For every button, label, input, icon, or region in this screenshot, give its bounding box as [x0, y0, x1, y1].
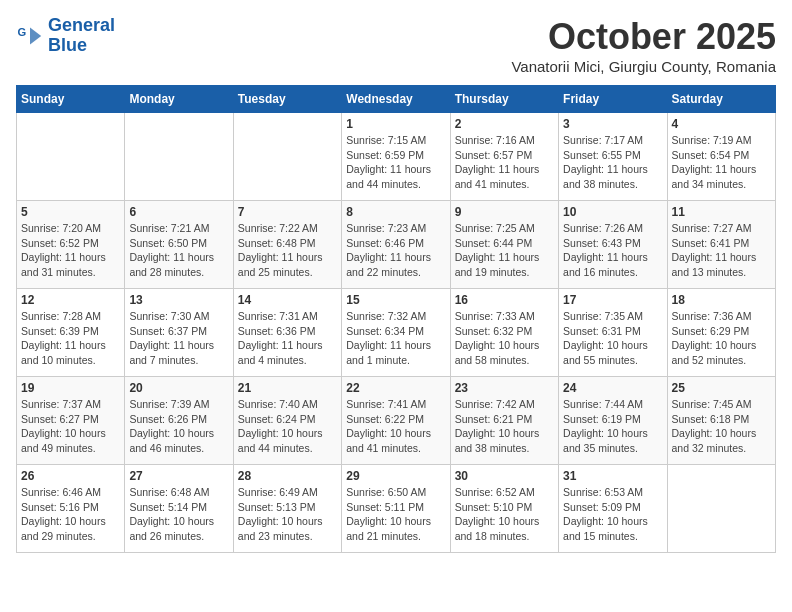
day-number: 10	[563, 205, 662, 219]
calendar-cell: 27Sunrise: 6:48 AM Sunset: 5:14 PM Dayli…	[125, 465, 233, 553]
day-info: Sunrise: 6:49 AM Sunset: 5:13 PM Dayligh…	[238, 485, 337, 544]
day-number: 26	[21, 469, 120, 483]
logo-icon: G	[16, 22, 44, 50]
calendar-cell: 11Sunrise: 7:27 AM Sunset: 6:41 PM Dayli…	[667, 201, 775, 289]
calendar-cell: 31Sunrise: 6:53 AM Sunset: 5:09 PM Dayli…	[559, 465, 667, 553]
day-info: Sunrise: 7:40 AM Sunset: 6:24 PM Dayligh…	[238, 397, 337, 456]
day-info: Sunrise: 6:46 AM Sunset: 5:16 PM Dayligh…	[21, 485, 120, 544]
calendar-cell: 21Sunrise: 7:40 AM Sunset: 6:24 PM Dayli…	[233, 377, 341, 465]
day-number: 5	[21, 205, 120, 219]
day-number: 19	[21, 381, 120, 395]
day-number: 14	[238, 293, 337, 307]
day-info: Sunrise: 7:32 AM Sunset: 6:34 PM Dayligh…	[346, 309, 445, 368]
day-number: 25	[672, 381, 771, 395]
calendar-cell: 14Sunrise: 7:31 AM Sunset: 6:36 PM Dayli…	[233, 289, 341, 377]
day-number: 3	[563, 117, 662, 131]
day-info: Sunrise: 7:45 AM Sunset: 6:18 PM Dayligh…	[672, 397, 771, 456]
calendar-cell: 29Sunrise: 6:50 AM Sunset: 5:11 PM Dayli…	[342, 465, 450, 553]
calendar-cell: 16Sunrise: 7:33 AM Sunset: 6:32 PM Dayli…	[450, 289, 558, 377]
calendar-week-row: 19Sunrise: 7:37 AM Sunset: 6:27 PM Dayli…	[17, 377, 776, 465]
day-info: Sunrise: 6:48 AM Sunset: 5:14 PM Dayligh…	[129, 485, 228, 544]
calendar-cell: 28Sunrise: 6:49 AM Sunset: 5:13 PM Dayli…	[233, 465, 341, 553]
weekday-header-row: SundayMondayTuesdayWednesdayThursdayFrid…	[17, 86, 776, 113]
svg-marker-1	[30, 27, 41, 44]
page-header: G General Blue October 2025 Vanatorii Mi…	[16, 16, 776, 75]
calendar-cell	[667, 465, 775, 553]
day-info: Sunrise: 7:22 AM Sunset: 6:48 PM Dayligh…	[238, 221, 337, 280]
day-info: Sunrise: 6:50 AM Sunset: 5:11 PM Dayligh…	[346, 485, 445, 544]
day-info: Sunrise: 7:39 AM Sunset: 6:26 PM Dayligh…	[129, 397, 228, 456]
calendar-cell: 26Sunrise: 6:46 AM Sunset: 5:16 PM Dayli…	[17, 465, 125, 553]
day-info: Sunrise: 7:35 AM Sunset: 6:31 PM Dayligh…	[563, 309, 662, 368]
day-number: 2	[455, 117, 554, 131]
calendar-cell: 6Sunrise: 7:21 AM Sunset: 6:50 PM Daylig…	[125, 201, 233, 289]
day-number: 22	[346, 381, 445, 395]
logo-text: General Blue	[48, 16, 115, 56]
day-number: 15	[346, 293, 445, 307]
day-info: Sunrise: 7:23 AM Sunset: 6:46 PM Dayligh…	[346, 221, 445, 280]
calendar-week-row: 5Sunrise: 7:20 AM Sunset: 6:52 PM Daylig…	[17, 201, 776, 289]
calendar-cell: 18Sunrise: 7:36 AM Sunset: 6:29 PM Dayli…	[667, 289, 775, 377]
weekday-header-monday: Monday	[125, 86, 233, 113]
day-number: 16	[455, 293, 554, 307]
calendar-cell: 3Sunrise: 7:17 AM Sunset: 6:55 PM Daylig…	[559, 113, 667, 201]
day-info: Sunrise: 7:15 AM Sunset: 6:59 PM Dayligh…	[346, 133, 445, 192]
calendar-cell: 5Sunrise: 7:20 AM Sunset: 6:52 PM Daylig…	[17, 201, 125, 289]
calendar-cell: 1Sunrise: 7:15 AM Sunset: 6:59 PM Daylig…	[342, 113, 450, 201]
calendar-cell: 12Sunrise: 7:28 AM Sunset: 6:39 PM Dayli…	[17, 289, 125, 377]
day-number: 30	[455, 469, 554, 483]
day-info: Sunrise: 7:28 AM Sunset: 6:39 PM Dayligh…	[21, 309, 120, 368]
calendar-cell: 7Sunrise: 7:22 AM Sunset: 6:48 PM Daylig…	[233, 201, 341, 289]
day-number: 21	[238, 381, 337, 395]
calendar-cell	[17, 113, 125, 201]
calendar-cell: 4Sunrise: 7:19 AM Sunset: 6:54 PM Daylig…	[667, 113, 775, 201]
day-number: 9	[455, 205, 554, 219]
weekday-header-friday: Friday	[559, 86, 667, 113]
day-info: Sunrise: 7:44 AM Sunset: 6:19 PM Dayligh…	[563, 397, 662, 456]
calendar-cell: 23Sunrise: 7:42 AM Sunset: 6:21 PM Dayli…	[450, 377, 558, 465]
day-info: Sunrise: 7:30 AM Sunset: 6:37 PM Dayligh…	[129, 309, 228, 368]
day-info: Sunrise: 7:33 AM Sunset: 6:32 PM Dayligh…	[455, 309, 554, 368]
day-number: 8	[346, 205, 445, 219]
day-info: Sunrise: 7:31 AM Sunset: 6:36 PM Dayligh…	[238, 309, 337, 368]
calendar-cell: 30Sunrise: 6:52 AM Sunset: 5:10 PM Dayli…	[450, 465, 558, 553]
calendar-week-row: 1Sunrise: 7:15 AM Sunset: 6:59 PM Daylig…	[17, 113, 776, 201]
weekday-header-sunday: Sunday	[17, 86, 125, 113]
day-info: Sunrise: 7:37 AM Sunset: 6:27 PM Dayligh…	[21, 397, 120, 456]
day-info: Sunrise: 7:17 AM Sunset: 6:55 PM Dayligh…	[563, 133, 662, 192]
calendar-cell: 19Sunrise: 7:37 AM Sunset: 6:27 PM Dayli…	[17, 377, 125, 465]
day-number: 20	[129, 381, 228, 395]
calendar-cell	[233, 113, 341, 201]
svg-text:G: G	[17, 26, 26, 38]
calendar-cell: 20Sunrise: 7:39 AM Sunset: 6:26 PM Dayli…	[125, 377, 233, 465]
day-number: 18	[672, 293, 771, 307]
calendar-cell	[125, 113, 233, 201]
weekday-header-thursday: Thursday	[450, 86, 558, 113]
day-info: Sunrise: 7:26 AM Sunset: 6:43 PM Dayligh…	[563, 221, 662, 280]
day-info: Sunrise: 7:21 AM Sunset: 6:50 PM Dayligh…	[129, 221, 228, 280]
day-info: Sunrise: 6:52 AM Sunset: 5:10 PM Dayligh…	[455, 485, 554, 544]
day-info: Sunrise: 7:16 AM Sunset: 6:57 PM Dayligh…	[455, 133, 554, 192]
day-number: 11	[672, 205, 771, 219]
calendar-table: SundayMondayTuesdayWednesdayThursdayFrid…	[16, 85, 776, 553]
calendar-cell: 17Sunrise: 7:35 AM Sunset: 6:31 PM Dayli…	[559, 289, 667, 377]
calendar-cell: 9Sunrise: 7:25 AM Sunset: 6:44 PM Daylig…	[450, 201, 558, 289]
calendar-cell: 24Sunrise: 7:44 AM Sunset: 6:19 PM Dayli…	[559, 377, 667, 465]
day-number: 13	[129, 293, 228, 307]
day-number: 17	[563, 293, 662, 307]
logo-general: General	[48, 15, 115, 35]
calendar-week-row: 12Sunrise: 7:28 AM Sunset: 6:39 PM Dayli…	[17, 289, 776, 377]
calendar-cell: 13Sunrise: 7:30 AM Sunset: 6:37 PM Dayli…	[125, 289, 233, 377]
day-info: Sunrise: 7:27 AM Sunset: 6:41 PM Dayligh…	[672, 221, 771, 280]
day-number: 23	[455, 381, 554, 395]
day-info: Sunrise: 7:36 AM Sunset: 6:29 PM Dayligh…	[672, 309, 771, 368]
day-number: 24	[563, 381, 662, 395]
logo-blue: Blue	[48, 35, 87, 55]
day-info: Sunrise: 7:41 AM Sunset: 6:22 PM Dayligh…	[346, 397, 445, 456]
calendar-cell: 8Sunrise: 7:23 AM Sunset: 6:46 PM Daylig…	[342, 201, 450, 289]
month-title: October 2025	[511, 16, 776, 58]
day-number: 7	[238, 205, 337, 219]
day-number: 29	[346, 469, 445, 483]
day-number: 12	[21, 293, 120, 307]
day-number: 6	[129, 205, 228, 219]
